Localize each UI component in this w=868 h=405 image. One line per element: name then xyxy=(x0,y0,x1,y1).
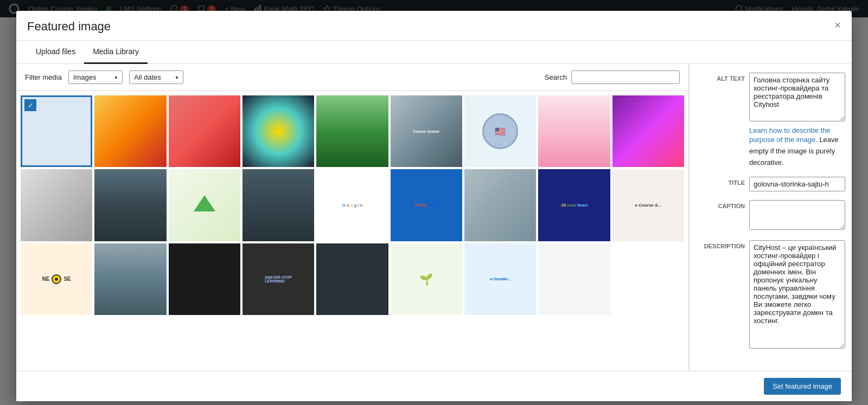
featured-image-modal: Featured image × Upload files Media Libr… xyxy=(16,11,852,17)
modal-header: Featured image × xyxy=(16,11,852,17)
modal-overlay: Featured image × Upload files Media Libr… xyxy=(0,0,868,17)
